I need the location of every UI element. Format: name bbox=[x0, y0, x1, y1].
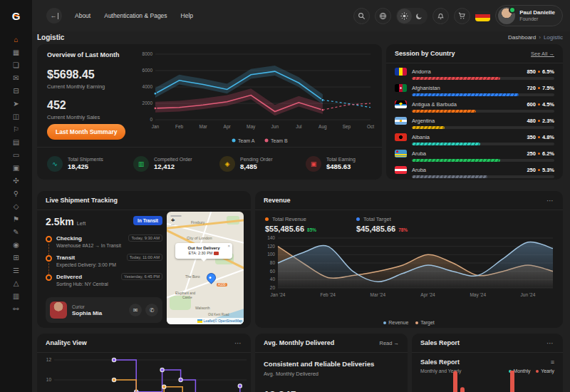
read-link[interactable]: Read → bbox=[379, 340, 399, 346]
chat-icon[interactable]: ❏ bbox=[9, 61, 24, 69]
nav-link-authentication-pages[interactable]: Authentication & Pages bbox=[104, 12, 167, 19]
cart-icon[interactable]: ⊟ bbox=[9, 87, 24, 95]
sales-menu-icon[interactable]: ≡ bbox=[551, 359, 554, 366]
flag-antigua-icon bbox=[395, 100, 407, 108]
analityc-step-chart: 1210 bbox=[37, 352, 251, 392]
archive-icon[interactable]: ▤ bbox=[9, 138, 24, 146]
total-target-pct: 78% bbox=[398, 227, 408, 232]
shield-icon[interactable]: ◇ bbox=[9, 202, 24, 210]
nav-link-about[interactable]: About bbox=[75, 12, 90, 19]
search-button[interactable] bbox=[353, 8, 370, 24]
book-icon[interactable]: ◫ bbox=[9, 113, 24, 120]
drone-icon[interactable]: ✣ bbox=[9, 177, 24, 185]
analityc-view-card: Analityc View ⋯ 1210 bbox=[37, 334, 251, 392]
sidebar: G ⌂▦❏✉⊟➤◫⚐▤▭▣✣⚲◇⚑✎◉⊞☰△▥⚯ bbox=[0, 0, 32, 392]
osm-link[interactable]: © OpenStreetMap bbox=[214, 319, 242, 323]
app-logo[interactable]: G bbox=[0, 0, 32, 31]
country-flag-button[interactable] bbox=[475, 11, 490, 21]
svg-text:Team A: Team A bbox=[238, 138, 255, 143]
svg-text:Jun: Jun bbox=[271, 124, 279, 129]
line-chart-icon: ∿ bbox=[47, 156, 63, 172]
time-chip: Today, 11:00 AM bbox=[127, 254, 162, 261]
legend-target[interactable]: Target bbox=[415, 320, 434, 325]
bar-chart-icon: ▥ bbox=[133, 156, 149, 172]
map-popup: × Out for Delivery ETA: 2:30 PM bbox=[175, 243, 232, 259]
avatar bbox=[498, 7, 515, 24]
flag-afghanistan-icon bbox=[395, 84, 407, 92]
calendar-icon[interactable]: ▦ bbox=[9, 48, 24, 56]
sidebar-icon-list: ⌂▦❏✉⊟➤◫⚐▤▭▣✣⚲◇⚑✎◉⊞☰△▥⚯ bbox=[0, 31, 32, 313]
dark-mode-button[interactable] bbox=[412, 9, 427, 24]
sidebar-collapse-button[interactable]: ← bbox=[46, 8, 62, 24]
dot-separator bbox=[538, 103, 540, 105]
zoom-out-button[interactable]: − bbox=[171, 216, 175, 225]
credit-card-icon: ▣ bbox=[306, 156, 321, 172]
sales-more-button[interactable]: ⋯ bbox=[546, 339, 554, 347]
country-bar-track bbox=[412, 77, 554, 80]
last-month-summary-button[interactable]: Last Month Summary bbox=[47, 124, 125, 140]
topbar-actions: Paul Danielle Founder bbox=[353, 5, 563, 26]
courier-name: Sophia Mia bbox=[72, 310, 125, 316]
nav-link-help[interactable]: Help bbox=[181, 12, 193, 19]
country-bar-track bbox=[412, 126, 554, 129]
sitemap-icon[interactable]: ⚯ bbox=[9, 305, 24, 313]
globe-icon bbox=[379, 12, 387, 20]
popup-close-icon[interactable]: × bbox=[227, 244, 230, 248]
cart-icon bbox=[458, 12, 466, 20]
message-icon: ✉ bbox=[133, 307, 138, 314]
call-courier-button[interactable]: ✆ bbox=[145, 304, 158, 316]
legend-revenue[interactable]: Revenue bbox=[383, 320, 408, 325]
columns-icon[interactable]: ▥ bbox=[9, 292, 24, 300]
revenue-kpis: Total Revenue $55,485.6685% Total Target… bbox=[255, 210, 563, 233]
truck-icon bbox=[214, 252, 219, 255]
top-nav: AboutAuthentication & PagesHelp bbox=[75, 12, 207, 19]
svg-text:12: 12 bbox=[46, 357, 52, 362]
mail-icon[interactable]: ✉ bbox=[9, 74, 24, 82]
map-label: Finsbury bbox=[191, 220, 204, 225]
country-row: Antigua & Barbuda6004.5% bbox=[395, 100, 554, 113]
live-shipment-card: Live Shipment Tracking 2.5km Left In Tra… bbox=[37, 191, 251, 328]
table-icon[interactable]: ⊞ bbox=[9, 254, 24, 262]
revenue-more-button[interactable]: ⋯ bbox=[546, 197, 554, 205]
monitor-icon[interactable]: ▭ bbox=[9, 151, 24, 159]
message-courier-button[interactable]: ✉ bbox=[129, 304, 142, 316]
language-button[interactable] bbox=[375, 8, 391, 24]
breadcrumb-dashboard[interactable]: Dashboard bbox=[508, 34, 536, 41]
svg-text:Jun '24: Jun '24 bbox=[521, 292, 536, 297]
user-menu[interactable]: Paul Danielle Founder bbox=[495, 5, 563, 26]
road-badge: A100 bbox=[217, 283, 227, 287]
analityc-more-button[interactable]: ⋯ bbox=[234, 339, 242, 347]
country-bar-track bbox=[412, 175, 554, 178]
billing-icon[interactable]: ▣ bbox=[9, 164, 24, 172]
eye-icon[interactable]: ◉ bbox=[9, 241, 24, 249]
country-list: Andorra8506.5%Afghanistan7207.5%Antigua … bbox=[386, 63, 563, 178]
chart-icon[interactable]: ☰ bbox=[9, 267, 24, 274]
avg-heading: Consistent and Reliable Deliveries bbox=[264, 360, 399, 368]
map-label: City of London bbox=[187, 236, 212, 240]
delivery-map[interactable]: FinsburyCity of LondonThe BoroElephant a… bbox=[167, 212, 244, 324]
svg-text:8000: 8000 bbox=[142, 51, 153, 56]
home-icon[interactable]: ⌂ bbox=[9, 36, 24, 43]
light-mode-button[interactable] bbox=[397, 9, 412, 24]
svg-text:Jan '24: Jan '24 bbox=[271, 292, 286, 297]
cart-button[interactable] bbox=[454, 8, 470, 24]
leaflet-link[interactable]: Leaflet bbox=[204, 319, 214, 323]
dashboard-app: G ⌂▦❏✉⊟➤◫⚐▤▭▣✣⚲◇⚑✎◉⊞☰△▥⚯ ← AboutAuthenti… bbox=[0, 0, 570, 392]
location-icon[interactable]: ⚑ bbox=[9, 215, 24, 223]
pen-icon[interactable]: ✎ bbox=[9, 228, 24, 236]
breadcrumb-separator: › bbox=[539, 34, 541, 41]
analityc-title: Analityc View bbox=[46, 339, 87, 346]
monthly-earning-label: Current Monthly Earning bbox=[47, 83, 138, 90]
svg-text:Mar '24: Mar '24 bbox=[370, 292, 386, 297]
truck-icon[interactable]: ⚐ bbox=[9, 125, 24, 133]
svg-text:80: 80 bbox=[270, 260, 276, 265]
see-all-link[interactable]: See All → bbox=[531, 51, 554, 57]
shapes-icon[interactable]: △ bbox=[9, 279, 24, 287]
send-icon[interactable]: ➤ bbox=[9, 100, 24, 108]
user-icon[interactable]: ⚲ bbox=[9, 190, 24, 197]
sales-report-card: Sales Report ⋯ Sales Report ≡ Monthly an… bbox=[412, 334, 563, 392]
avg-title: Avg. Monthly Delivered bbox=[264, 339, 334, 346]
notifications-button[interactable] bbox=[432, 8, 449, 24]
svg-text:Feb: Feb bbox=[175, 124, 184, 129]
country-bar-track bbox=[412, 143, 554, 145]
